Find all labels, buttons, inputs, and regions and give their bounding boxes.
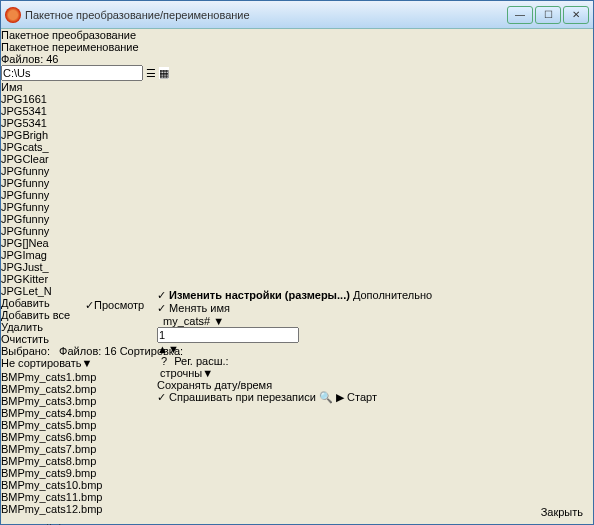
list-view-button[interactable]: ☰ <box>146 67 156 79</box>
askover-label: Спрашивать при перезаписи <box>169 391 316 403</box>
tab-rename[interactable]: Пакетное переименование <box>1 41 593 53</box>
bmp-icon: BMP <box>1 467 25 479</box>
bmp-icon: BMP <box>1 383 25 395</box>
bmp-icon: BMP <box>1 455 25 467</box>
bmp-icon: BMP <box>1 371 25 383</box>
jpg-icon: JPG <box>1 153 22 165</box>
file-count-label: Файлов: 46 <box>1 53 593 65</box>
start-number-spinner[interactable]: ▲▼ <box>157 327 587 355</box>
bmp-icon: BMP <box>1 431 25 443</box>
window-title: Пакетное преобразование/переименование <box>25 9 507 21</box>
help-button[interactable]: ? <box>161 355 167 367</box>
minimize-button[interactable]: — <box>507 6 533 24</box>
jpg-icon: JPG <box>1 213 22 225</box>
jpg-icon: JPG <box>1 177 22 189</box>
rename-check[interactable]: ✓ <box>157 302 166 314</box>
tree-item[interactable]: JPGfunny <box>1 225 52 237</box>
path-input[interactable] <box>1 65 143 81</box>
list-item[interactable]: BMPmy_cats7.bmp <box>1 443 593 455</box>
jpg-icon: JPG <box>1 141 22 153</box>
jpg-icon: JPG <box>1 273 22 285</box>
list-item[interactable]: BMPmy_cats12.bmp <box>1 503 593 515</box>
bmp-icon: BMP <box>1 491 25 503</box>
tree-item[interactable]: JPG1661 <box>1 93 52 105</box>
list-item[interactable]: BMPmy_cats9.bmp <box>1 467 593 479</box>
chevron-down-icon: ▼ <box>82 357 93 369</box>
tree-header: Имя <box>1 81 52 93</box>
tree-item[interactable]: JPGcats_ <box>1 141 52 153</box>
preview-icon-button[interactable]: 🔍 <box>319 391 333 403</box>
list-item[interactable]: BMPmy_cats4.bmp <box>1 407 593 419</box>
list-item[interactable]: BMPmy_cats10.bmp <box>1 479 593 491</box>
jpg-icon: JPG <box>1 225 22 237</box>
source-tree[interactable]: Имя JPG1661 JPG5341 JPG5341 JPGBrigh JPG… <box>1 81 52 297</box>
tree-item[interactable]: JPG5341 <box>1 105 52 117</box>
pattern-combo[interactable]: my_cats# ▼ <box>163 315 243 327</box>
tree-item[interactable]: JPG5341 <box>1 117 52 129</box>
jpg-icon: JPG <box>1 189 22 201</box>
jpg-icon: JPG <box>1 201 22 213</box>
tree-items: JPG1661 JPG5341 JPG5341 JPGBrigh JPGcats… <box>1 93 52 297</box>
bmp-icon: BMP <box>1 503 25 515</box>
tree-item[interactable]: JPGClear <box>1 153 52 165</box>
app-icon <box>5 7 21 23</box>
chevron-down-icon: ▼ <box>213 315 224 327</box>
close-button[interactable]: ✕ <box>563 6 589 24</box>
list-item[interactable]: BMPmy_cats11.bmp <box>1 491 593 503</box>
jpg-icon: JPG <box>1 93 22 105</box>
rename-label: Менять имя <box>169 302 230 314</box>
jpg-icon: JPG <box>1 249 22 261</box>
window: Пакетное преобразование/переименование —… <box>0 0 594 525</box>
jpg-icon: JPG <box>1 237 22 249</box>
jpg-icon: JPG <box>1 285 22 297</box>
keepdate-label: Сохранять дату/время <box>157 379 272 391</box>
spin-up-icon[interactable]: ▲ <box>157 343 168 355</box>
selected-label: Выбрано: <box>1 345 50 357</box>
close-action-button[interactable]: Закрыть <box>541 506 583 518</box>
list-item[interactable]: BMPmy_cats5.bmp <box>1 419 593 431</box>
bmp-icon: BMP <box>1 407 25 419</box>
tree-item[interactable]: JPGJust_ <box>1 261 52 273</box>
tab-bar: Пакетное преобразование Пакетное переиме… <box>1 29 593 53</box>
advanced-button[interactable]: Дополнительно <box>353 289 432 301</box>
jpg-icon: JPG <box>1 117 22 129</box>
thumb-view-button[interactable]: ▦ <box>159 67 169 79</box>
bmp-icon: BMP <box>1 419 25 431</box>
tree-item[interactable]: JPGLet_N <box>1 285 52 297</box>
jpg-icon: JPG <box>1 165 22 177</box>
list-item[interactable]: BMPmy_cats8.bmp <box>1 455 593 467</box>
tree-item[interactable]: JPGImag <box>1 249 52 261</box>
tree-item[interactable]: JPGfunny <box>1 201 52 213</box>
bmp-icon: BMP <box>1 395 25 407</box>
tree-item[interactable]: JPGfunny <box>1 189 52 201</box>
chevron-down-icon: ▼ <box>202 367 213 379</box>
titlebar: Пакетное преобразование/переименование —… <box>1 1 593 29</box>
preview-check[interactable]: ✓ <box>85 299 94 311</box>
tree-item[interactable]: JPGfunny <box>1 177 52 189</box>
start-button[interactable]: ▶ Старт <box>336 391 377 403</box>
bmp-icon: BMP <box>1 443 25 455</box>
sort-combo[interactable]: Не сортировать▼ <box>1 357 111 369</box>
tree-item[interactable]: JPGBrigh <box>1 129 52 141</box>
askover-check[interactable]: ✓ <box>157 391 166 403</box>
preview-label: Просмотр <box>94 299 144 311</box>
jpg-icon: JPG <box>1 261 22 273</box>
tree-item[interactable]: JPGKitter <box>1 273 52 285</box>
change-settings-label: Изменить настройки (размеры...) <box>169 289 350 301</box>
jpg-icon: JPG <box>1 105 22 117</box>
spin-down-icon[interactable]: ▼ <box>168 343 179 355</box>
tree-item[interactable]: JPG[]Nea <box>1 237 52 249</box>
bmp-icon: BMP <box>1 479 25 491</box>
settings-group: ✓ Изменить настройки (размеры...) Дополн… <box>157 289 587 404</box>
tree-item[interactable]: JPGfunny <box>1 213 52 225</box>
jpg-icon: JPG <box>1 129 22 141</box>
tree-item[interactable]: JPGfunny <box>1 165 52 177</box>
main-panel: Файлов: 46 ☰ ▦ Имя JPG1661 JPG5341 JPG53… <box>1 53 593 525</box>
list-item[interactable]: BMPmy_cats6.bmp <box>1 431 593 443</box>
selected-count: Файлов: 16 <box>59 345 116 357</box>
tab-convert[interactable]: Пакетное преобразование <box>1 29 593 41</box>
maximize-button[interactable]: ☐ <box>535 6 561 24</box>
change-settings-check[interactable]: ✓ <box>157 289 166 301</box>
extcase-combo[interactable]: строчны▼ <box>160 367 218 379</box>
extcase-label: Рег. расш.: <box>174 355 228 367</box>
